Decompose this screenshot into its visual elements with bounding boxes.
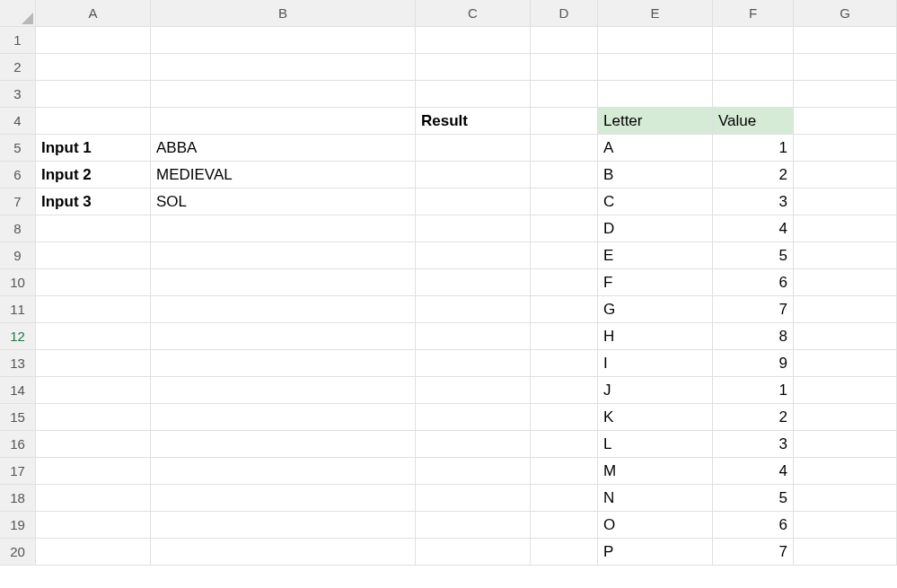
row-header-10[interactable]: 10 [0, 269, 36, 296]
cell-F6[interactable]: 2 [713, 162, 794, 189]
cell-G6[interactable] [794, 162, 897, 189]
cell-G16[interactable] [794, 431, 897, 458]
col-header-E[interactable]: E [598, 0, 713, 27]
cell-C18[interactable] [416, 485, 531, 512]
row-header-3[interactable]: 3 [0, 81, 36, 108]
row-header-14[interactable]: 14 [0, 377, 36, 404]
row-header-12[interactable]: 12 [0, 323, 36, 350]
row-header-11[interactable]: 11 [0, 296, 36, 323]
row-header-1[interactable]: 1 [0, 27, 36, 54]
cell-G14[interactable] [794, 377, 897, 404]
row-header-17[interactable]: 17 [0, 458, 36, 485]
cell-C3[interactable] [416, 81, 531, 108]
cell-C7[interactable] [416, 189, 531, 215]
cell-B1[interactable] [151, 27, 416, 54]
cell-B17[interactable] [151, 458, 416, 485]
cell-B4[interactable] [151, 108, 416, 135]
cell-E11[interactable]: G [598, 296, 713, 323]
cell-F16[interactable]: 3 [713, 431, 794, 458]
cell-B14[interactable] [151, 377, 416, 404]
cell-F4[interactable]: Value [713, 108, 794, 135]
row-header-7[interactable]: 7 [0, 189, 36, 215]
cell-F12[interactable]: 8 [713, 323, 794, 350]
cell-C14[interactable] [416, 377, 531, 404]
row-header-5[interactable]: 5 [0, 135, 36, 162]
cell-E10[interactable]: F [598, 269, 713, 296]
cell-B7[interactable]: SOL [151, 189, 416, 215]
cell-A7[interactable]: Input 3 [36, 189, 151, 215]
cell-F13[interactable]: 9 [713, 350, 794, 377]
cell-A17[interactable] [36, 458, 151, 485]
cell-G7[interactable] [794, 189, 897, 215]
row-header-20[interactable]: 20 [0, 539, 36, 566]
cell-F8[interactable]: 4 [713, 215, 794, 242]
cell-G8[interactable] [794, 215, 897, 242]
cell-E13[interactable]: I [598, 350, 713, 377]
cell-B16[interactable] [151, 431, 416, 458]
cell-E3[interactable] [598, 81, 713, 108]
cell-C17[interactable] [416, 458, 531, 485]
cell-D4[interactable] [531, 108, 598, 135]
cell-F17[interactable]: 4 [713, 458, 794, 485]
cell-E2[interactable] [598, 54, 713, 81]
cell-G19[interactable] [794, 512, 897, 539]
cell-B11[interactable] [151, 296, 416, 323]
cell-G5[interactable] [794, 135, 897, 162]
cell-D10[interactable] [531, 269, 598, 296]
cell-G2[interactable] [794, 54, 897, 81]
cell-F1[interactable] [713, 27, 794, 54]
cell-D20[interactable] [531, 539, 598, 566]
cell-B6[interactable]: MEDIEVAL [151, 162, 416, 189]
col-header-G[interactable]: G [794, 0, 897, 27]
cell-B19[interactable] [151, 512, 416, 539]
cell-A3[interactable] [36, 81, 151, 108]
cell-A20[interactable] [36, 539, 151, 566]
cell-A13[interactable] [36, 350, 151, 377]
cell-D1[interactable] [531, 27, 598, 54]
cell-F9[interactable]: 5 [713, 242, 794, 269]
row-header-18[interactable]: 18 [0, 485, 36, 512]
cell-E17[interactable]: M [598, 458, 713, 485]
row-header-2[interactable]: 2 [0, 54, 36, 81]
cell-A15[interactable] [36, 404, 151, 431]
cell-C9[interactable] [416, 242, 531, 269]
cell-C4[interactable]: Result [416, 108, 531, 135]
row-header-13[interactable]: 13 [0, 350, 36, 377]
cell-A5[interactable]: Input 1 [36, 135, 151, 162]
cell-C19[interactable] [416, 512, 531, 539]
cell-G15[interactable] [794, 404, 897, 431]
cell-A1[interactable] [36, 27, 151, 54]
cell-A11[interactable] [36, 296, 151, 323]
col-header-D[interactable]: D [531, 0, 598, 27]
row-header-16[interactable]: 16 [0, 431, 36, 458]
cell-A19[interactable] [36, 512, 151, 539]
cell-E1[interactable] [598, 27, 713, 54]
cell-F11[interactable]: 7 [713, 296, 794, 323]
cell-E7[interactable]: C [598, 189, 713, 215]
cell-F19[interactable]: 6 [713, 512, 794, 539]
cell-A10[interactable] [36, 269, 151, 296]
cell-G12[interactable] [794, 323, 897, 350]
cell-E8[interactable]: D [598, 215, 713, 242]
cell-D2[interactable] [531, 54, 598, 81]
cell-E12[interactable]: H [598, 323, 713, 350]
cell-A18[interactable] [36, 485, 151, 512]
cell-G17[interactable] [794, 458, 897, 485]
cell-D14[interactable] [531, 377, 598, 404]
cell-E9[interactable]: E [598, 242, 713, 269]
cell-E15[interactable]: K [598, 404, 713, 431]
cell-C15[interactable] [416, 404, 531, 431]
cell-B18[interactable] [151, 485, 416, 512]
cell-E16[interactable]: L [598, 431, 713, 458]
cell-D15[interactable] [531, 404, 598, 431]
cell-G4[interactable] [794, 108, 897, 135]
row-header-8[interactable]: 8 [0, 215, 36, 242]
cell-C20[interactable] [416, 539, 531, 566]
cell-A9[interactable] [36, 242, 151, 269]
cell-B5[interactable]: ABBA [151, 135, 416, 162]
cell-D6[interactable] [531, 162, 598, 189]
cell-D19[interactable] [531, 512, 598, 539]
cell-D18[interactable] [531, 485, 598, 512]
cell-F3[interactable] [713, 81, 794, 108]
cell-B12[interactable] [151, 323, 416, 350]
